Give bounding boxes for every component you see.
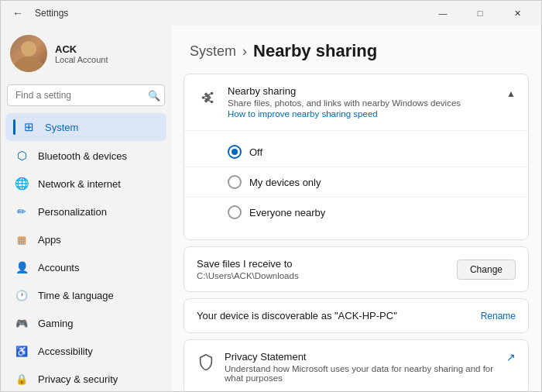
nearby-sharing-info: Nearby sharing Share files, photos, and …: [228, 85, 497, 119]
save-files-info: Save files I receive to C:\Users\ACK\Dow…: [197, 258, 299, 280]
title-bar-left: ← Settings: [7, 2, 425, 24]
sidebar-item-privacy[interactable]: 🔒 Privacy & security: [5, 366, 166, 391]
sidebar-item-apps[interactable]: ▦ Apps: [5, 226, 166, 253]
privacy-card: Privacy Statement Understand how Microso…: [184, 339, 529, 391]
user-info: ACK Local Account: [55, 43, 162, 64]
active-indicator: [13, 119, 15, 135]
accounts-label: Accounts: [38, 262, 79, 273]
sidebar-item-gaming[interactable]: 🎮 Gaming: [5, 310, 166, 336]
maximize-button[interactable]: □: [462, 1, 498, 26]
change-button[interactable]: Change: [457, 260, 516, 280]
sidebar-item-accounts[interactable]: 👤 Accounts: [5, 254, 166, 280]
privacy-info: Privacy Statement Understand how Microso…: [225, 351, 497, 383]
title-bar: ← Settings — □ ✕: [1, 1, 541, 26]
nearby-sharing-card: Nearby sharing Share files, photos, and …: [184, 74, 529, 240]
radio-off-circle[interactable]: [228, 145, 242, 159]
sidebar-item-accessibility[interactable]: ♿ Accessibility: [5, 338, 166, 364]
save-files-card: Save files I receive to C:\Users\ACK\Dow…: [184, 246, 529, 292]
discoverable-card: Your device is discoverable as "ACK-HP-P…: [184, 298, 529, 333]
nearby-sharing-header[interactable]: Nearby sharing Share files, photos, and …: [184, 74, 528, 130]
radio-my-devices[interactable]: My devices only: [228, 167, 516, 197]
nearby-sharing-link[interactable]: How to improve nearby sharing speed: [228, 109, 378, 119]
svg-point-2: [211, 101, 214, 104]
sidebar-item-personalization[interactable]: ✏ Personalization: [5, 198, 166, 225]
window-title: Settings: [35, 8, 68, 19]
save-files-title: Save files I receive to: [197, 258, 299, 270]
save-files-path: C:\Users\ACK\Downloads: [197, 271, 299, 280]
external-link-icon[interactable]: ↗: [506, 351, 516, 363]
sidebar-item-time[interactable]: 🕐 Time & language: [5, 282, 166, 308]
avatar: [10, 35, 47, 72]
breadcrumb-separator: ›: [242, 43, 247, 60]
privacy-label: Privacy & security: [38, 373, 118, 385]
nearby-sharing-icon: [197, 87, 218, 108]
user-section[interactable]: ACK Local Account: [1, 26, 171, 81]
sidebar-item-network[interactable]: 🌐 Network & internet: [5, 170, 166, 197]
user-name: ACK: [55, 43, 162, 55]
system-label: System: [45, 122, 78, 133]
radio-my-devices-circle[interactable]: [228, 175, 242, 189]
accounts-icon: 👤: [15, 260, 29, 274]
system-icon: ⊞: [22, 120, 36, 134]
search-button[interactable]: 🔍: [148, 90, 160, 101]
radio-everyone[interactable]: Everyone nearby: [228, 198, 516, 227]
minimize-button[interactable]: —: [425, 1, 461, 26]
radio-my-devices-label: My devices only: [249, 177, 321, 188]
time-label: Time & language: [38, 290, 114, 301]
bluetooth-icon: ⬡: [15, 149, 29, 163]
content-area: ACK Local Account 🔍 ⊞ System ⬡ Bluetooth…: [1, 26, 541, 391]
accessibility-label: Accessibility: [38, 346, 93, 357]
nearby-sharing-desc: Share files, photos, and links with near…: [228, 98, 497, 108]
privacy-title: Privacy Statement: [225, 351, 497, 363]
chevron-up-icon: ▲: [506, 85, 516, 99]
discoverable-text: Your device is discoverable as "ACK-HP-P…: [197, 310, 397, 322]
radio-off-label: Off: [249, 146, 262, 158]
page-title: Nearby sharing: [253, 41, 377, 61]
network-label: Network & internet: [38, 178, 121, 190]
radio-off[interactable]: Off: [228, 137, 516, 167]
privacy-icon: 🔒: [15, 372, 29, 386]
privacy-desc: Understand how Microsoft uses your data …: [225, 364, 497, 383]
bluetooth-label: Bluetooth & devices: [38, 150, 127, 162]
nearby-sharing-title: Nearby sharing: [228, 85, 497, 97]
apps-label: Apps: [38, 234, 61, 246]
user-type: Local Account: [55, 55, 162, 64]
search-box: 🔍: [7, 84, 165, 106]
time-icon: 🕐: [15, 288, 29, 302]
settings-window: ← Settings — □ ✕ ACK Local Account: [0, 0, 542, 392]
accessibility-icon: ♿: [15, 344, 29, 358]
apps-icon: ▦: [15, 232, 29, 246]
gaming-icon: 🎮: [15, 316, 29, 330]
breadcrumb: System: [190, 43, 236, 60]
sidebar: ACK Local Account 🔍 ⊞ System ⬡ Bluetooth…: [1, 26, 171, 391]
svg-point-1: [211, 92, 214, 95]
personalization-icon: ✏: [15, 205, 29, 218]
radio-everyone-label: Everyone nearby: [249, 207, 325, 218]
avatar-image: [10, 35, 47, 72]
radio-off-inner: [232, 149, 238, 155]
rename-button[interactable]: Rename: [481, 311, 516, 322]
page-header: System › Nearby sharing: [171, 26, 541, 74]
main-body: Nearby sharing Share files, photos, and …: [171, 74, 541, 391]
window-controls: — □ ✕: [425, 1, 535, 26]
sidebar-item-system[interactable]: ⊞ System: [5, 113, 166, 141]
search-input[interactable]: [7, 84, 165, 106]
back-button[interactable]: ←: [7, 2, 29, 24]
shield-icon: [197, 352, 215, 371]
personalization-label: Personalization: [38, 206, 107, 218]
gaming-label: Gaming: [38, 318, 74, 329]
nearby-sharing-options: Off My devices only Everyone nearby: [184, 130, 528, 239]
radio-everyone-circle[interactable]: [228, 205, 242, 219]
close-button[interactable]: ✕: [499, 1, 535, 26]
svg-point-0: [202, 96, 205, 99]
network-icon: 🌐: [15, 177, 29, 191]
main-content: System › Nearby sharing: [171, 26, 541, 391]
sidebar-item-bluetooth[interactable]: ⬡ Bluetooth & devices: [5, 143, 166, 169]
